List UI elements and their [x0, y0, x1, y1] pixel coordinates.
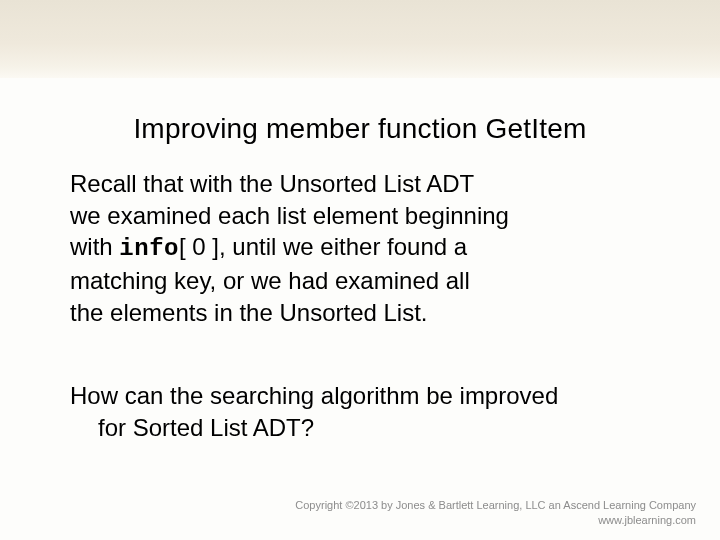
question-line-2: for Sorted List ADT? [70, 412, 660, 444]
slide-title: Improving member function GetItem [0, 113, 720, 145]
body-line-5: the elements in the Unsorted List. [70, 299, 428, 326]
footer: Copyright ©2013 by Jones & Bartlett Lear… [295, 498, 696, 528]
body-line-1: Recall that with the Unsorted List ADT [70, 170, 474, 197]
body-line-3b: [ 0 ], until we either found a [179, 233, 467, 260]
footer-copyright: Copyright ©2013 by Jones & Bartlett Lear… [295, 498, 696, 513]
question-line-1: How can the searching algorithm be impro… [70, 382, 558, 409]
body-code-info: info [119, 235, 179, 262]
body-line-3a: with [70, 233, 119, 260]
footer-url: www.jblearning.com [295, 513, 696, 528]
body-line-4: matching key, or we had examined all [70, 267, 470, 294]
header-gradient-band [0, 0, 720, 78]
slide-question: How can the searching algorithm be impro… [70, 380, 660, 443]
body-line-2: we examined each list element beginning [70, 202, 509, 229]
slide-body-paragraph: Recall that with the Unsorted List ADT w… [70, 168, 630, 328]
